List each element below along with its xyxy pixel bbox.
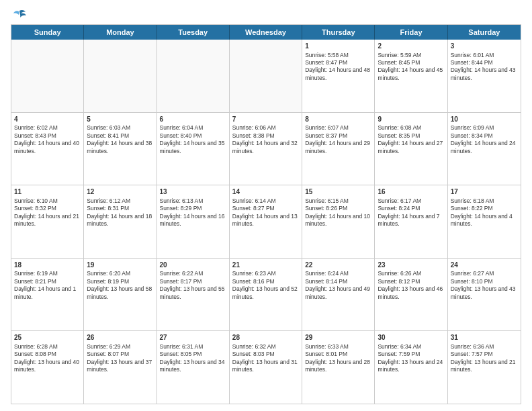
- header: [11, 8, 521, 20]
- day-info: Sunset: 8:12 PM: [378, 278, 444, 285]
- day-cell-23: 23Sunrise: 6:26 AMSunset: 8:12 PMDayligh…: [375, 259, 447, 331]
- day-info: Daylight: 13 hours and 40 minutes.: [14, 359, 81, 374]
- day-number: 16: [378, 187, 444, 197]
- day-number: 14: [232, 187, 299, 197]
- header-cell-thursday: Thursday: [302, 25, 375, 40]
- header-cell-friday: Friday: [375, 25, 447, 40]
- day-number: 24: [451, 261, 518, 270]
- calendar-header: SundayMondayTuesdayWednesdayThursdayFrid…: [11, 25, 521, 40]
- day-number: 30: [378, 333, 444, 342]
- day-info: Sunset: 8:26 PM: [305, 205, 371, 212]
- day-cell-28: 28Sunrise: 6:32 AMSunset: 8:03 PMDayligh…: [230, 331, 302, 404]
- day-info: Sunrise: 6:23 AM: [232, 270, 299, 277]
- day-info: Daylight: 13 hours and 37 minutes.: [87, 359, 153, 374]
- day-info: Daylight: 14 hours and 32 minutes.: [232, 140, 299, 155]
- day-info: Daylight: 14 hours and 24 minutes.: [451, 140, 518, 155]
- day-number: 15: [305, 187, 371, 197]
- header-cell-tuesday: Tuesday: [157, 25, 230, 40]
- day-cell-31: 31Sunrise: 6:36 AMSunset: 7:57 PMDayligh…: [448, 331, 521, 404]
- day-number: 26: [87, 333, 153, 342]
- day-info: Daylight: 14 hours and 16 minutes.: [160, 213, 226, 228]
- day-number: 12: [87, 187, 153, 197]
- calendar: SundayMondayTuesdayWednesdayThursdayFrid…: [11, 24, 521, 404]
- day-number: 9: [378, 115, 444, 124]
- day-cell-5: 5Sunrise: 6:03 AMSunset: 8:41 PMDaylight…: [84, 113, 157, 185]
- day-info: Sunrise: 6:10 AM: [14, 197, 81, 205]
- day-info: Daylight: 14 hours and 38 minutes.: [87, 140, 153, 155]
- day-number: 5: [87, 115, 153, 124]
- day-info: Daylight: 14 hours and 45 minutes.: [378, 66, 444, 82]
- day-number: 29: [305, 333, 371, 342]
- day-info: Daylight: 13 hours and 43 minutes.: [451, 285, 518, 301]
- day-number: 6: [160, 115, 226, 124]
- day-info: Sunset: 8:03 PM: [232, 351, 299, 358]
- day-info: Sunrise: 6:07 AM: [305, 124, 371, 132]
- day-cell-27: 27Sunrise: 6:31 AMSunset: 8:05 PMDayligh…: [157, 331, 230, 404]
- day-cell-17: 17Sunrise: 6:18 AMSunset: 8:22 PMDayligh…: [448, 185, 521, 258]
- day-number: 3: [451, 42, 518, 51]
- day-info: Sunset: 8:19 PM: [87, 278, 153, 285]
- day-info: Sunrise: 6:36 AM: [451, 343, 518, 351]
- day-number: 20: [160, 261, 226, 270]
- day-info: Sunset: 8:45 PM: [378, 59, 444, 66]
- day-info: Sunset: 8:38 PM: [232, 132, 299, 140]
- day-info: Sunset: 8:07 PM: [87, 351, 153, 358]
- empty-cell: [11, 40, 84, 112]
- day-info: Sunset: 8:21 PM: [14, 278, 81, 285]
- day-info: Sunset: 8:10 PM: [451, 278, 518, 285]
- day-info: Sunset: 8:24 PM: [378, 205, 444, 212]
- day-info: Sunset: 8:27 PM: [232, 205, 299, 212]
- day-info: Sunset: 8:05 PM: [160, 351, 226, 358]
- day-number: 28: [232, 333, 299, 342]
- day-info: Daylight: 13 hours and 24 minutes.: [378, 359, 444, 374]
- day-info: Sunset: 8:32 PM: [14, 205, 81, 212]
- day-info: Sunrise: 6:15 AM: [305, 197, 371, 205]
- day-info: Sunrise: 6:08 AM: [378, 124, 444, 132]
- day-info: Sunrise: 6:20 AM: [87, 270, 153, 277]
- day-info: Sunset: 8:43 PM: [14, 132, 81, 140]
- day-number: 7: [232, 115, 299, 124]
- day-info: Sunrise: 6:33 AM: [305, 343, 371, 351]
- day-info: Sunrise: 6:19 AM: [14, 270, 81, 277]
- day-info: Sunrise: 6:34 AM: [378, 343, 444, 351]
- day-number: 10: [451, 115, 518, 124]
- day-info: Daylight: 13 hours and 34 minutes.: [160, 359, 226, 374]
- day-info: Sunrise: 6:18 AM: [451, 197, 518, 205]
- day-info: Sunset: 8:29 PM: [160, 205, 226, 212]
- day-cell-15: 15Sunrise: 6:15 AMSunset: 8:26 PMDayligh…: [302, 185, 375, 258]
- day-info: Daylight: 14 hours and 13 minutes.: [232, 213, 299, 228]
- day-info: Daylight: 13 hours and 49 minutes.: [305, 285, 371, 301]
- calendar-row-2: 4Sunrise: 6:02 AMSunset: 8:43 PMDaylight…: [11, 113, 521, 186]
- day-number: 21: [232, 261, 299, 270]
- calendar-row-5: 25Sunrise: 6:28 AMSunset: 8:08 PMDayligh…: [11, 331, 521, 404]
- calendar-row-4: 18Sunrise: 6:19 AMSunset: 8:21 PMDayligh…: [11, 259, 521, 332]
- day-info: Daylight: 13 hours and 31 minutes.: [232, 359, 299, 374]
- day-cell-1: 1Sunrise: 5:58 AMSunset: 8:47 PMDaylight…: [302, 40, 375, 112]
- day-info: Sunset: 8:01 PM: [305, 351, 371, 358]
- day-info: Sunrise: 5:59 AM: [378, 52, 444, 59]
- day-cell-2: 2Sunrise: 5:59 AMSunset: 8:45 PMDaylight…: [375, 40, 447, 112]
- day-info: Sunrise: 6:14 AM: [232, 197, 299, 205]
- day-info: Daylight: 13 hours and 28 minutes.: [305, 359, 371, 374]
- empty-cell: [157, 40, 230, 112]
- day-cell-7: 7Sunrise: 6:06 AMSunset: 8:38 PMDaylight…: [230, 113, 302, 185]
- day-number: 27: [160, 333, 226, 342]
- day-number: 25: [14, 333, 81, 342]
- day-cell-18: 18Sunrise: 6:19 AMSunset: 8:21 PMDayligh…: [11, 259, 84, 331]
- day-info: Sunrise: 6:03 AM: [87, 124, 153, 132]
- day-cell-6: 6Sunrise: 6:04 AMSunset: 8:40 PMDaylight…: [157, 113, 230, 185]
- day-number: 11: [14, 187, 81, 197]
- day-info: Sunset: 8:08 PM: [14, 351, 81, 358]
- day-number: 2: [378, 42, 444, 51]
- day-info: Sunset: 8:35 PM: [378, 132, 444, 140]
- day-info: Daylight: 14 hours and 18 minutes.: [87, 213, 153, 228]
- day-cell-3: 3Sunrise: 6:01 AMSunset: 8:44 PMDaylight…: [448, 40, 521, 112]
- header-cell-sunday: Sunday: [11, 25, 84, 40]
- day-cell-12: 12Sunrise: 6:12 AMSunset: 8:31 PMDayligh…: [84, 185, 157, 258]
- day-info: Sunset: 8:31 PM: [87, 205, 153, 212]
- header-cell-wednesday: Wednesday: [230, 25, 302, 40]
- logo: [11, 8, 27, 20]
- day-info: Sunrise: 6:13 AM: [160, 197, 226, 205]
- day-info: Daylight: 14 hours and 4 minutes.: [451, 213, 518, 228]
- day-info: Daylight: 13 hours and 52 minutes.: [232, 285, 299, 301]
